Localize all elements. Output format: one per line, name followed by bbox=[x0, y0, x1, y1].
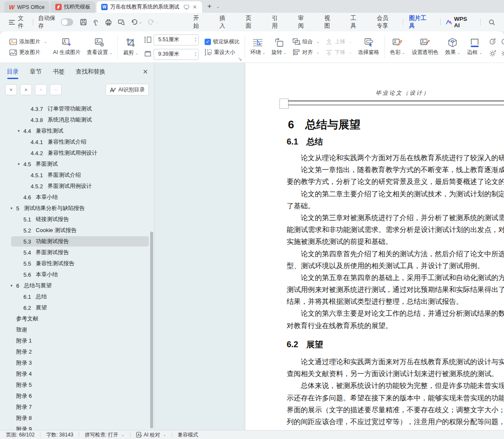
toc-item[interactable]: 附录 1 bbox=[0, 335, 154, 346]
toc-item[interactable]: 5.4界面测试报告 bbox=[0, 247, 154, 258]
toc-item[interactable]: 4.4.1兼容性测试介绍 bbox=[0, 136, 154, 147]
print-preview-icon[interactable] bbox=[118, 19, 125, 25]
reset-size-button[interactable]: 重设大小 bbox=[205, 49, 240, 56]
toc-item[interactable]: 4.4.2兼容性测试用例设计 bbox=[0, 147, 154, 159]
print-icon[interactable] bbox=[105, 19, 112, 25]
toc-item[interactable]: 6.2展望 bbox=[0, 302, 154, 313]
toc-item[interactable]: 6.1总结 bbox=[0, 291, 154, 302]
toc-item[interactable]: 附录 3 bbox=[0, 357, 154, 368]
tab-wps-office[interactable]: W WPS Office bbox=[4, 1, 49, 13]
toc-item[interactable]: 5.3功能测试报告 bbox=[0, 236, 154, 247]
crop-button[interactable]: 裁剪⌄ bbox=[123, 37, 138, 57]
toc-item[interactable]: 5.2Cookie 测试报告 bbox=[0, 225, 154, 236]
undo-icon[interactable]: ⌄ bbox=[131, 19, 142, 25]
toc-item[interactable]: 参考文献 bbox=[0, 313, 154, 324]
color-button[interactable]: 色彩⌄ bbox=[390, 38, 405, 56]
toc-item[interactable]: 4.5.2界面测试用例设计 bbox=[0, 181, 154, 192]
menu-item-页面[interactable]: 页面 bbox=[246, 14, 253, 30]
brightness-decrease-icon[interactable] bbox=[501, 49, 504, 57]
toc-item[interactable]: 附录 8 bbox=[0, 413, 154, 424]
toc-item[interactable]: 附录 2 bbox=[0, 346, 154, 357]
next-heading-button[interactable]: ˅ bbox=[5, 84, 17, 95]
menu-item-工具[interactable]: 工具 bbox=[350, 14, 358, 30]
toc-item[interactable]: 4.3.8系统消息功能测试 bbox=[0, 114, 154, 125]
toc-item[interactable]: 附录 6 bbox=[0, 391, 154, 402]
tab-docer-templates[interactable]: 找稻壳模板 bbox=[51, 1, 96, 13]
tab-picture-tools[interactable]: 图片工具 bbox=[408, 14, 430, 30]
change-picture-button[interactable]: 更改图片 bbox=[9, 49, 47, 56]
toc-collapse-arrow-icon[interactable]: ▼ bbox=[17, 162, 20, 166]
tab-chapters[interactable]: 章节 bbox=[30, 68, 42, 76]
tab-find-replace[interactable]: 查找和替换 bbox=[76, 68, 105, 76]
ai-recognize-toc-button[interactable]: AI识别目录 bbox=[105, 84, 149, 96]
toc-item[interactable]: 4.3.7订单管理功能测试 bbox=[0, 103, 154, 114]
wps-ai-button[interactable]: WPS AI bbox=[446, 16, 471, 28]
ai-proofread-button[interactable]: AI 校对⌄ bbox=[136, 431, 166, 439]
menu-item-会员专享[interactable]: 会员专享 bbox=[377, 14, 392, 30]
toc-collapse-arrow-icon[interactable]: ▼ bbox=[17, 129, 20, 133]
width-stepper[interactable]: ˄˅ bbox=[195, 52, 196, 57]
width-input[interactable] bbox=[157, 51, 185, 58]
lock-aspect-ratio-checkbox[interactable]: ✓ 锁定纵横比 bbox=[205, 38, 240, 45]
tab-list-chevron-icon[interactable]: ⌄ bbox=[216, 4, 219, 9]
undo-chevron-icon[interactable]: ⌄ bbox=[139, 20, 142, 24]
menu-item-插入[interactable]: 插入 bbox=[219, 14, 227, 30]
tab-bookmarks[interactable]: 书签 bbox=[53, 68, 65, 76]
group-button[interactable]: 组合⌄ bbox=[293, 38, 320, 45]
ai-generate-picture-button[interactable]: AI 生成图片 bbox=[53, 38, 81, 56]
brightness-increase-icon[interactable] bbox=[489, 49, 497, 57]
close-icon[interactable]: ✕ bbox=[193, 4, 197, 10]
add-picture-button[interactable]: 添加图片⌄ bbox=[9, 38, 47, 45]
export-pdf-icon[interactable] bbox=[93, 19, 99, 25]
redo-icon[interactable]: ⌄ bbox=[148, 19, 159, 25]
new-tab-button[interactable]: + bbox=[208, 2, 212, 11]
toc-item[interactable]: 附录 7 bbox=[0, 402, 154, 413]
toc-item[interactable]: 5.1链接测试报告 bbox=[0, 214, 154, 225]
spellcheck-status[interactable]: 拼写检查: 打开⌄ bbox=[85, 431, 124, 439]
file-menu[interactable]: 文件 bbox=[18, 14, 28, 30]
toc-item[interactable]: 4.5.1界面测试介绍 bbox=[0, 170, 154, 181]
toc-item[interactable]: 致谢 bbox=[0, 324, 154, 335]
toc-item[interactable]: ▼4.5界面测试 bbox=[0, 159, 154, 170]
view-settings-button[interactable]: 查看设置⌄ bbox=[87, 38, 113, 56]
effects-button[interactable]: 效果⌄ bbox=[445, 38, 461, 56]
menu-item-视图[interactable]: 视图 bbox=[324, 14, 332, 30]
height-input[interactable] bbox=[157, 37, 185, 43]
toc-item[interactable]: 5.6本章小结 bbox=[0, 269, 154, 280]
autosave-toggle[interactable] bbox=[61, 18, 73, 26]
tab-contents[interactable]: 目录 bbox=[7, 68, 19, 76]
rotate-button[interactable]: 旋转⌄ bbox=[271, 38, 287, 56]
contrast-increase-icon[interactable] bbox=[489, 37, 497, 45]
page-indicator[interactable]: 页面: 68/102 bbox=[6, 431, 34, 439]
save-icon[interactable] bbox=[80, 19, 87, 25]
size-dialog-launcher-icon[interactable] bbox=[238, 57, 242, 61]
toc-item[interactable]: 5.5兼容性测试报告 bbox=[0, 258, 154, 269]
tab-active-document[interactable]: W 万岳在线教育系统的系统测试 ✕ bbox=[97, 1, 202, 13]
toc-item[interactable]: 附录 5 bbox=[0, 380, 154, 391]
sidebar-scrollbar[interactable] bbox=[150, 232, 153, 428]
search-icon[interactable] bbox=[489, 19, 495, 25]
toc-collapse-arrow-icon[interactable]: ▼ bbox=[10, 207, 13, 210]
contrast-decrease-icon[interactable] bbox=[501, 37, 504, 45]
selection-pane-button[interactable]: 选择窗格 bbox=[358, 38, 379, 56]
close-sidebar-icon[interactable]: ✕ bbox=[142, 68, 148, 76]
height-stepper[interactable]: ˄˅ bbox=[195, 37, 196, 42]
set-transparent-color-button[interactable]: 设置透明色 bbox=[412, 38, 439, 56]
toc-item[interactable]: ▼5测试结果分析与缺陷报告 bbox=[0, 203, 154, 214]
toc-item[interactable]: ▼6总结与展望 bbox=[0, 280, 154, 291]
menu-item-审阅[interactable]: 审阅 bbox=[298, 14, 306, 30]
menu-item-开始[interactable]: 开始 bbox=[193, 14, 201, 30]
hamburger-menu-icon[interactable] bbox=[9, 20, 15, 25]
wrap-text-button[interactable]: 环绕⌄ bbox=[250, 38, 265, 56]
toc-item[interactable]: 附录 4 bbox=[0, 368, 154, 380]
toc-collapse-arrow-icon[interactable]: ▼ bbox=[10, 284, 13, 288]
monitor-icon[interactable] bbox=[184, 5, 189, 10]
border-button[interactable]: 边框⌄ bbox=[467, 38, 482, 56]
menu-item-引用[interactable]: 引用 bbox=[272, 14, 279, 30]
toc-item[interactable]: 附录 9 bbox=[0, 424, 154, 431]
prev-heading-button[interactable]: ˄ bbox=[20, 84, 32, 95]
toc-item[interactable]: ▼4.4兼容性测试 bbox=[0, 125, 154, 136]
align-button[interactable]: 对齐⌄ bbox=[293, 49, 320, 56]
word-count[interactable]: 字数: 38143 bbox=[46, 431, 73, 439]
toc-item[interactable]: 4.6本章小结 bbox=[0, 192, 154, 203]
